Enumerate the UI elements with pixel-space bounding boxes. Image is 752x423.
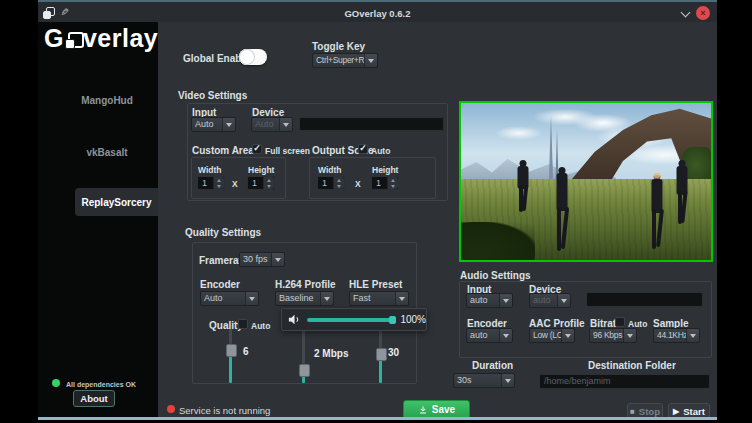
service-status-dot	[167, 405, 175, 413]
bitrate-value: 2 Mbps	[314, 348, 348, 359]
main-content: Global Enable Toggle Key Ctrl+Super+R Vi…	[158, 22, 717, 417]
h264-profile-select[interactable]: Baseline	[275, 291, 334, 306]
play-icon: ▶	[673, 408, 679, 416]
window-titlebar: ✎ GOverlay 0.6.2 ×	[38, 0, 717, 22]
window-bottom-border	[38, 417, 717, 420]
custom-area-group: Width 1 X Height 1	[191, 157, 286, 199]
sidebar-item-vkbasalt[interactable]: vkBasalt	[38, 147, 158, 158]
slider-handle[interactable]	[376, 348, 387, 361]
quality-max-slider[interactable]	[376, 329, 385, 383]
quality-max-value: 30	[388, 347, 399, 358]
stop-icon: ■	[630, 408, 635, 416]
scale-height-spinner[interactable]: 1	[371, 176, 399, 190]
save-download-icon	[418, 405, 428, 415]
video-settings-group: Input Auto Device Auto Custom Area ✓ Ful…	[187, 103, 448, 201]
audio-input-select[interactable]: auto	[466, 293, 513, 308]
custom-height-spinner[interactable]: 1	[247, 176, 275, 190]
check-icon: ✓	[253, 144, 261, 153]
service-status-text: Service is not running	[179, 405, 270, 416]
down-arrow-icon[interactable]	[388, 183, 398, 189]
scale-width-spinner[interactable]: 1	[317, 176, 345, 190]
hle-preset-label: HLE Preset	[349, 280, 402, 290]
quality-settings-title: Quality Settings	[185, 228, 261, 238]
down-arrow-icon[interactable]	[264, 183, 274, 189]
bitrate-auto-checkbox[interactable]	[615, 317, 625, 327]
audio-settings-title: Audio Settings	[460, 271, 531, 281]
destination-folder-label: Destination Folder	[588, 361, 676, 371]
video-device-field[interactable]	[299, 117, 444, 131]
volume-slider[interactable]	[307, 318, 394, 322]
close-button[interactable]: ×	[696, 6, 710, 20]
audio-device-select[interactable]: auto	[529, 293, 571, 308]
down-arrow-icon[interactable]	[214, 183, 224, 189]
toggle-key-select[interactable]: Ctrl+Super+R	[312, 53, 378, 68]
encoder-label: Encoder	[200, 280, 240, 290]
logo-text-suffix: verlay	[83, 24, 158, 53]
global-enable-toggle[interactable]	[239, 49, 267, 65]
chevron-down-icon	[222, 118, 235, 131]
custom-width-spinner[interactable]: 1	[197, 176, 225, 190]
framerate-select[interactable]: 30 fps	[239, 252, 285, 267]
sidebar-item-replaysorcery[interactable]: ReplaySorcery	[75, 188, 158, 216]
toggle-key-value: Ctrl+Super+R	[313, 54, 364, 67]
duration-label: Duration	[472, 361, 513, 371]
quality-auto-label: Auto	[251, 322, 270, 331]
chevron-down-icon	[623, 329, 636, 342]
x-separator: X	[355, 180, 361, 189]
check-icon: ✓	[359, 144, 367, 153]
quality-auto-checkbox[interactable]	[238, 319, 248, 329]
output-scale-auto-label: Auto	[371, 147, 390, 156]
bitrate-select[interactable]: 96 Kbps	[589, 328, 637, 343]
slider-handle[interactable]	[389, 316, 396, 324]
chevron-down-icon	[499, 329, 512, 342]
audio-encoder-select[interactable]: auto	[466, 328, 513, 343]
character-silhouette	[553, 167, 571, 251]
height-label: Height	[248, 166, 274, 175]
speaker-icon	[287, 312, 302, 327]
chevron-down-icon	[395, 292, 408, 305]
chevron-down-icon	[686, 329, 699, 342]
audio-settings-group: Input auto Device auto Encoder auto AAC …	[459, 281, 712, 358]
quality-min-slider[interactable]	[226, 329, 235, 383]
chevron-down-icon	[561, 329, 574, 342]
screen: ✎ GOverlay 0.6.2 × G verlay MangoHud vkB…	[0, 0, 752, 423]
goverlay-logo: G verlay	[44, 24, 158, 53]
output-scale-group: Width 1 X Height 1	[309, 157, 436, 199]
character-silhouette	[516, 160, 530, 212]
width-label: Width	[198, 166, 222, 175]
slider-handle[interactable]	[226, 344, 237, 357]
bitrate-slider[interactable]	[299, 329, 308, 383]
chevron-down-icon	[320, 292, 333, 305]
width-label: Width	[318, 166, 342, 175]
slider-handle[interactable]	[299, 364, 310, 377]
destination-folder-field[interactable]: /home/benjamim	[539, 374, 710, 389]
hle-preset-select[interactable]: Fast	[349, 291, 409, 306]
down-arrow-icon[interactable]	[334, 183, 344, 189]
height-label: Height	[372, 166, 398, 175]
character-silhouette	[675, 160, 689, 224]
sample-select[interactable]: 44.1KHz	[653, 328, 700, 343]
output-scale-auto-checkbox[interactable]: ✓	[358, 144, 368, 154]
aac-profile-select[interactable]: Low (LC)	[529, 328, 575, 343]
video-device-select[interactable]: Auto	[251, 117, 293, 132]
volume-popup: 100%	[281, 308, 427, 331]
custom-area-label: Custom Area	[192, 146, 254, 156]
dependencies-status: All dependencies OK	[66, 381, 136, 388]
chevron-down-icon	[271, 253, 284, 266]
chevron-down-icon	[557, 294, 570, 307]
duration-select[interactable]: 30s	[453, 373, 515, 388]
about-button[interactable]: About	[73, 390, 115, 407]
toggle-key-label: Toggle Key	[312, 42, 365, 52]
video-input-select[interactable]: Auto	[191, 117, 236, 132]
chevron-down-icon	[279, 118, 292, 131]
dependencies-status-dot	[52, 379, 60, 387]
x-separator: X	[232, 180, 238, 189]
fullscreen-label: Full screen	[265, 147, 310, 156]
encoder-select[interactable]: Auto	[200, 291, 259, 306]
logo-overlay-icon	[65, 32, 82, 49]
audio-device-field[interactable]	[586, 292, 703, 307]
game-preview	[459, 101, 713, 262]
fullscreen-checkbox[interactable]: ✓	[252, 144, 262, 154]
sidebar-item-mangohud[interactable]: MangoHud	[38, 95, 158, 106]
character-silhouette	[649, 173, 665, 249]
